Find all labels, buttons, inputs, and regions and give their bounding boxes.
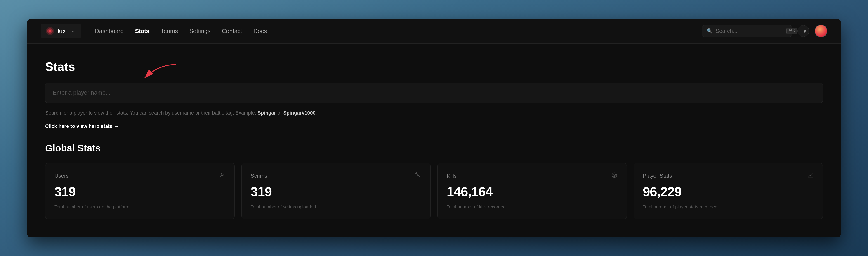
person-icon: [219, 172, 225, 180]
stat-desc-scrims: Total number of scrims uploaded: [251, 204, 422, 210]
nav-docs[interactable]: Docs: [253, 26, 267, 36]
stat-label-scrims: Scrims: [251, 173, 267, 179]
stat-label-kills: Kills: [447, 173, 457, 179]
nav-stats[interactable]: Stats: [135, 26, 149, 36]
stat-label-player-stats: Player Stats: [643, 173, 672, 179]
stat-header-scrims: Scrims: [251, 172, 422, 180]
stat-card-scrims: Scrims 319 Total number of scrims upload…: [241, 163, 431, 219]
nav-settings[interactable]: Settings: [189, 26, 211, 36]
nav-links: Dashboard Stats Teams Settings Contact D…: [95, 26, 688, 36]
svg-point-10: [614, 175, 614, 175]
hero-stats-link[interactable]: Click here to view hero stats →: [45, 123, 119, 129]
example-username-2: Spingar#1000: [283, 110, 315, 116]
page-title: Stats: [45, 59, 823, 74]
user-avatar[interactable]: [815, 25, 827, 37]
global-stats-title: Global Stats: [45, 143, 823, 154]
target-icon: [611, 172, 618, 180]
chevron-down-icon: ⌄: [71, 28, 75, 34]
search-icon: 🔍: [706, 28, 712, 34]
brand-selector[interactable]: lux ⌄: [41, 24, 81, 38]
main-content: Stats Search for a player to view their …: [27, 44, 841, 237]
stat-value-kills: 146,164: [447, 184, 618, 199]
navbar: lux ⌄ Dashboard Stats Teams Settings Con…: [27, 19, 841, 44]
avatar-image: [815, 25, 827, 37]
chart-icon: [807, 172, 813, 180]
nav-teams[interactable]: Teams: [161, 26, 178, 36]
example-username-1: Spingar: [257, 110, 276, 116]
brand-name: lux: [58, 27, 66, 35]
stat-card-users: Users 319 Total number of users on the p…: [45, 163, 235, 219]
stat-desc-player-stats: Total number of player stats recorded: [643, 204, 814, 210]
swords-icon: [415, 172, 421, 180]
stat-value-player-stats: 96,229: [643, 184, 814, 199]
global-search-box[interactable]: 🔍 ⌘K: [702, 25, 792, 37]
stat-card-kills: Kills 146,164 Total number of kills reco…: [437, 163, 627, 219]
search-section: [45, 83, 823, 109]
stat-header-users: Users: [55, 172, 225, 180]
stat-value-scrims: 319: [251, 184, 422, 199]
stat-card-player-stats: Player Stats 96,229 Total number of play…: [633, 163, 823, 219]
stat-desc-kills: Total number of kills recorded: [447, 204, 618, 210]
nav-dashboard[interactable]: Dashboard: [95, 26, 124, 36]
global-search-input[interactable]: [716, 28, 783, 34]
brand-logo-icon: [45, 27, 55, 35]
nav-right: 🔍 ⌘K ☽: [702, 25, 827, 37]
stats-grid: Users 319 Total number of users on the p…: [45, 163, 823, 219]
search-hint-text: Search for a player to view their stats.…: [45, 109, 823, 117]
nav-contact[interactable]: Contact: [222, 26, 242, 36]
player-search-input[interactable]: [45, 83, 823, 103]
app-window: lux ⌄ Dashboard Stats Teams Settings Con…: [27, 19, 841, 237]
theme-toggle-button[interactable]: ☽: [798, 25, 809, 37]
stat-header-kills: Kills: [447, 172, 618, 180]
moon-icon: ☽: [801, 28, 806, 35]
stat-label-users: Users: [55, 173, 69, 179]
svg-point-3: [221, 173, 223, 175]
stat-value-users: 319: [55, 184, 225, 199]
search-kbd-hint: ⌘K: [786, 28, 797, 34]
stat-desc-users: Total number of users on the platform: [55, 204, 225, 210]
stat-header-player-stats: Player Stats: [643, 172, 814, 180]
